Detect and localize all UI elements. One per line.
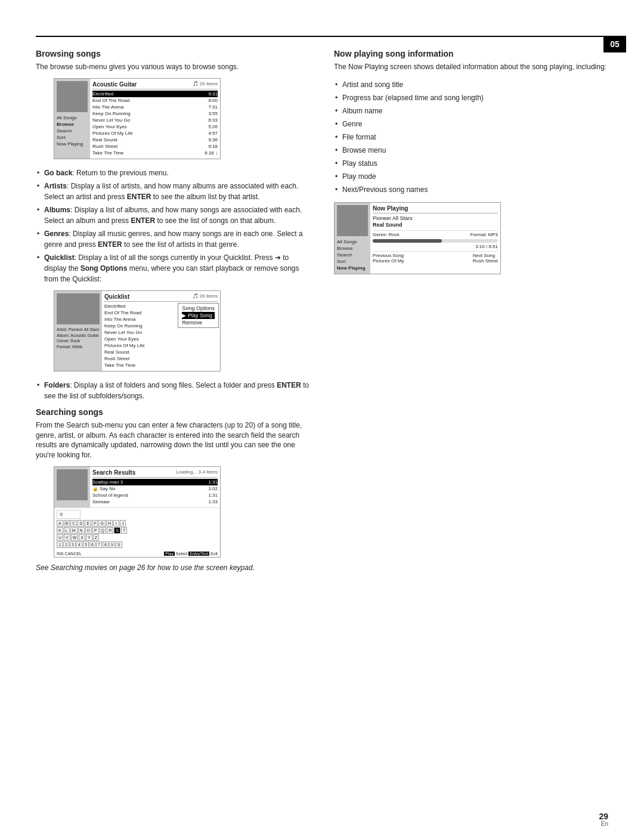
key-z[interactable]: Z (93, 534, 99, 541)
key-m[interactable]: M (70, 527, 78, 534)
key-w[interactable]: W (71, 534, 79, 541)
key-t[interactable]: T (121, 527, 127, 534)
search-mock-sidebar (54, 467, 90, 507)
key-y[interactable]: Y (86, 534, 92, 541)
search-bottom-bar: INS CANCEL Play Select Entry/Text Exit (54, 550, 220, 557)
bullet-folders: Folders: Display a list of folders and s… (36, 379, 310, 403)
key-o[interactable]: O (85, 527, 92, 534)
np-nav-sort: Sort (337, 258, 368, 265)
searching-section: Searching songs From the Search sub-menu… (36, 407, 310, 572)
key-n[interactable]: N (78, 527, 85, 534)
key-b[interactable]: B (64, 520, 70, 527)
key-2[interactable]: 2 (63, 541, 69, 548)
np-bullet-2: Album name (334, 104, 608, 117)
browse-row-1: End Of The Road8:00 (92, 97, 218, 104)
np-bullet-4: File format (334, 131, 608, 144)
ql-row-9: Take The Time (104, 362, 218, 369)
np-prev: Previous Song Pictures Of My (373, 253, 404, 264)
ql-row-4: Never Let You Go (104, 329, 218, 336)
browse-row-8: Rush Street6:18 (92, 143, 218, 150)
np-next-song: Rush Street (473, 258, 498, 264)
np-prev-song: Pictures Of My (373, 258, 404, 264)
key-a[interactable]: A (57, 520, 63, 527)
now-playing-mock-screen: All Songs Browse Search Sort Now Playing… (334, 202, 501, 274)
np-bullet-1: Progress bar (elapsed time and song leng… (334, 91, 608, 104)
np-nav-search: Search (337, 252, 368, 258)
browse-mock-title: Acoustic Guitar (92, 81, 137, 88)
search-result-0: Scallop-man 31:31 (92, 479, 218, 485)
quicklist-count: 🎵 20 items (193, 293, 218, 300)
ql-row-6: Pictures Of My Life (104, 342, 218, 349)
key-v[interactable]: V (64, 534, 70, 541)
key-r[interactable]: R (107, 527, 113, 534)
key-j[interactable]: J (120, 520, 126, 527)
key-s[interactable]: S (114, 527, 120, 534)
np-progress-section: 3:10 / 6:51 (373, 239, 498, 249)
search-results-count: Loading... 3.4 items (176, 469, 218, 476)
np-time: 3:10 / 6:51 (373, 244, 498, 249)
key-3[interactable]: 3 (70, 541, 76, 548)
bullet-genres: Genres: Display all music genres, and ho… (36, 227, 310, 251)
key-f[interactable]: F (92, 520, 98, 527)
np-progress-bar (373, 239, 498, 243)
key-7[interactable]: 7 (96, 541, 102, 548)
browse-mock-screen: All Songs Browse Search Sort Now Playing… (54, 78, 221, 159)
searching-note: See Searching movies on page 26 for how … (36, 564, 310, 572)
np-mock-meta: Genre: Rock Format: MP3 (373, 230, 498, 237)
key-space[interactable]: S (116, 541, 122, 548)
np-prev-label: Previous Song (373, 253, 404, 258)
np-mock-artist: Pioneer All Stars (373, 215, 498, 221)
key-9[interactable]: 9 (109, 541, 115, 548)
np-bullet-3: Genre (334, 117, 608, 131)
key-p[interactable]: P (92, 527, 99, 534)
browsing-section: Browsing songs The browse sub-menu gives… (36, 49, 310, 403)
key-1[interactable]: 1 (57, 541, 63, 548)
key-x[interactable]: X (79, 534, 85, 541)
key-c[interactable]: C (70, 520, 77, 527)
browse-row-6: Pictures Of My Life4:57 (92, 130, 218, 137)
search-result-2: School of legend1:31 (92, 492, 218, 499)
key-5[interactable]: 5 (83, 541, 89, 548)
search-bottom-left: INS CANCEL (57, 552, 82, 556)
browse-row-4: Never Let You Go6:33 (92, 117, 218, 123)
top-divider (36, 36, 608, 37)
key-e[interactable]: E (85, 520, 91, 527)
ql-row-5: Open Your Eyes (104, 336, 218, 342)
key-l[interactable]: L (64, 527, 70, 534)
browse-mock-sidebar: All Songs Browse Search Sort Now Playing (54, 79, 90, 159)
np-mock-image (337, 205, 368, 236)
key-g[interactable]: G (98, 520, 105, 527)
browse-nav-item-browse: Browse (57, 121, 88, 128)
searching-title: Searching songs (36, 407, 310, 417)
now-playing-bullets: Artist and song title Progress bar (elap… (334, 78, 608, 196)
browse-row-0: Electrified9:31 (92, 91, 218, 97)
key-4[interactable]: 4 (76, 541, 82, 548)
np-nav-nowplaying: Now Playing (337, 265, 368, 271)
key-d[interactable]: D (78, 520, 84, 527)
np-next-label: Next Song (473, 253, 498, 258)
now-playing-section: Now playing song information The Now Pla… (334, 49, 608, 274)
key-k[interactable]: K (57, 527, 63, 534)
key-h[interactable]: H (106, 520, 113, 527)
bullet-quicklist: Quicklist: Display a list of all the son… (36, 251, 310, 286)
browse-nav-item-search: Search (57, 128, 88, 134)
key-q[interactable]: Q (100, 527, 106, 534)
np-genre: Genre: Rock (373, 232, 400, 237)
searching-intro: From the Search sub-menu you can enter a… (36, 420, 310, 460)
key-6[interactable]: 6 (89, 541, 95, 548)
np-bullet-8: Next/Previous song names (334, 183, 608, 196)
np-progress-fill (373, 239, 442, 243)
bullet-albums: Albums: Display a list of albums, and ho… (36, 203, 310, 227)
key-i[interactable]: I (113, 520, 119, 527)
search-bottom-right: Play Select Entry/Text Exit (164, 552, 218, 556)
quicklist-title: Quicklist (104, 293, 129, 300)
key-8[interactable]: 8 (103, 541, 109, 548)
browse-mock-rows: Electrified9:31 End Of The Road8:00 Into… (92, 91, 218, 156)
search-mock-screen: Search Results Loading... 3.4 items Scal… (54, 466, 221, 558)
browse-nav-item-nowplaying: Now Playing (57, 141, 88, 147)
bullet-artists: Artists: Display a list of artists, and … (36, 179, 310, 203)
key-u[interactable]: U (57, 534, 63, 541)
search-mock-content: Search Results Loading... 3.4 items Scal… (90, 467, 220, 507)
np-format: Format: MP3 (470, 232, 498, 237)
np-mock-song: Real Sound (373, 222, 498, 228)
